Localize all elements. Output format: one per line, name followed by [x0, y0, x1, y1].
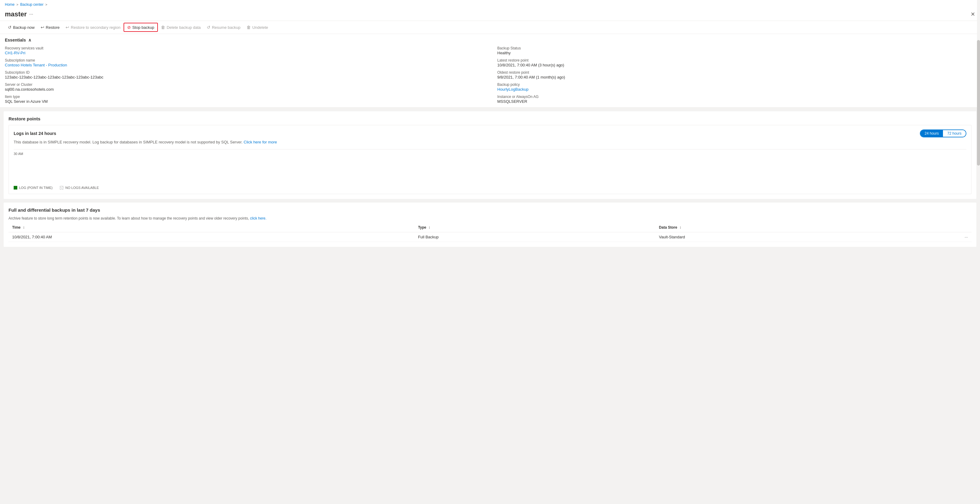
col-type-sort-icon[interactable]: ↕: [428, 225, 430, 230]
legend-no-logs-label: NO LOGS AVAILABLE: [65, 186, 99, 190]
time-24-button[interactable]: 24 hours: [921, 130, 943, 137]
page-header: master ··· ✕: [0, 9, 980, 21]
timeline-chart: [14, 158, 966, 182]
breadcrumb-home[interactable]: Home: [5, 2, 14, 7]
row1-type: Full Backup: [414, 232, 655, 242]
latest-restore-label: Latest restore point: [497, 58, 975, 62]
undelete-label: Undelete: [252, 25, 268, 30]
backup-now-button[interactable]: ↺ Backup now: [5, 23, 38, 31]
item-type-field: Item type SQL Server in Azure VM: [5, 95, 490, 104]
timeline-area: 30 AM LOG (POINT IN TIME) NO LOGS AVAILA…: [14, 149, 966, 190]
restore-points-section: Restore points Logs in last 24 hours 24 …: [4, 111, 976, 199]
restore-secondary-label: Restore to secondary region: [71, 25, 120, 30]
resume-backup-label: Resume backup: [212, 25, 240, 30]
backup-now-label: Backup now: [13, 25, 35, 30]
col-time-label: Time: [12, 225, 21, 230]
row1-more-icon[interactable]: ···: [964, 235, 968, 239]
backup-table-body: 10/8/2021, 7:00:40 AM Full Backup Vault-…: [8, 232, 972, 242]
backup-status-value: Healthy: [497, 51, 975, 55]
time-72-button[interactable]: 72 hours: [943, 130, 966, 137]
backup-status-field: Backup Status Healthy: [497, 46, 975, 55]
breadcrumb: Home > Backup center >: [0, 0, 980, 9]
legend-no-logs-item: NO LOGS AVAILABLE: [60, 186, 99, 190]
backup-table: Time ↕ Type ↕ Data Store ↕: [8, 223, 972, 242]
row1-time: 10/8/2021, 7:00:40 AM: [8, 232, 414, 242]
instance-field: Instance or AlwaysOn AG MSSQLSERVER: [497, 95, 975, 104]
essentials-section: Essentials ∧ Recovery services vault CH1…: [0, 34, 980, 108]
backup-policy-value: HourlyLogBackup: [497, 87, 975, 92]
instance-label: Instance or AlwaysOn AG: [497, 95, 975, 99]
full-backups-subtitle: Archive feature to store long term reten…: [8, 216, 972, 220]
recovery-vault-value: CH1-RV-Pri: [5, 51, 490, 55]
full-backups-title: Full and differential backups in last 7 …: [8, 208, 972, 212]
subscription-id-value: 123abc-123abc-123abc-123abc-123abc-123ab…: [5, 75, 490, 79]
essentials-header[interactable]: Essentials ∧: [5, 38, 975, 43]
server-cluster-value: sql00.na.contosohotels.com: [5, 87, 490, 92]
latest-restore-field: Latest restore point 10/8/2021, 7:00:40 …: [497, 58, 975, 67]
toolbar: ↺ Backup now ↩ Restore ↩ Restore to seco…: [0, 21, 980, 34]
legend-log-item: LOG (POINT IN TIME): [14, 186, 52, 190]
col-datastore-header: Data Store ↕: [655, 223, 972, 232]
resume-backup-button[interactable]: ↺ Resume backup: [204, 23, 243, 31]
col-time-sort-icon[interactable]: ↕: [23, 225, 25, 230]
essentials-title: Essentials: [5, 38, 26, 43]
recovery-vault-field: Recovery services vault CH1-RV-Pri: [5, 46, 490, 55]
col-type-label: Type: [418, 225, 426, 230]
resume-backup-icon: ↺: [207, 25, 210, 30]
subscription-id-label: Subscription ID: [5, 70, 490, 74]
backup-table-header: Time ↕ Type ↕ Data Store ↕: [8, 223, 972, 232]
col-datastore-label: Data Store: [659, 225, 677, 230]
stop-backup-button[interactable]: ⊘ Stop backup: [124, 23, 158, 32]
logs-panel: Logs in last 24 hours 24 hours 72 hours …: [8, 125, 972, 194]
click-here-link[interactable]: click here.: [250, 216, 267, 220]
scroll-rail: [977, 0, 980, 502]
subscription-name-link[interactable]: Contoso Hotels Tenant - Production: [5, 63, 67, 67]
col-datastore-sort-icon[interactable]: ↕: [679, 225, 681, 230]
oldest-restore-value: 9/8/2021, 7:00:40 AM (1 month(s) ago): [497, 75, 975, 79]
essentials-grid: Recovery services vault CH1-RV-Pri Subsc…: [5, 46, 975, 104]
undelete-button[interactable]: 🗑 Undelete: [243, 23, 271, 31]
subscription-name-field: Subscription name Contoso Hotels Tenant …: [5, 58, 490, 67]
server-cluster-label: Server or Cluster: [5, 82, 490, 87]
breadcrumb-sep1: >: [16, 3, 18, 6]
delete-backup-label: Delete backup data: [167, 25, 200, 30]
restore-icon: ↩: [41, 25, 45, 30]
delete-backup-data-button[interactable]: 🗑 Delete backup data: [158, 23, 204, 31]
time-toggle: 24 hours 72 hours: [920, 130, 966, 137]
full-backups-section: Full and differential backups in last 7 …: [4, 203, 976, 247]
subtitle-text: Archive feature to store long term reten…: [8, 216, 249, 220]
server-cluster-field: Server or Cluster sql00.na.contosohotels…: [5, 82, 490, 92]
logs-more-link[interactable]: Click here for more: [244, 140, 277, 144]
backup-now-icon: ↺: [8, 25, 11, 30]
scroll-thumb[interactable]: [977, 40, 980, 166]
row1-datastore: Vault-Standard ···: [655, 232, 972, 242]
oldest-restore-label: Oldest restore point: [497, 70, 975, 74]
subscription-id-field: Subscription ID 123abc-123abc-123abc-123…: [5, 70, 490, 79]
logs-title: Logs in last 24 hours: [14, 131, 56, 136]
backup-policy-label: Backup policy: [497, 82, 975, 87]
recovery-vault-link[interactable]: CH1-RV-Pri: [5, 51, 25, 55]
recovery-vault-label: Recovery services vault: [5, 46, 490, 50]
legend-log-icon: [14, 186, 17, 190]
restore-label: Restore: [46, 25, 60, 30]
subscription-name-label: Subscription name: [5, 58, 490, 62]
legend-no-logs-icon: [60, 186, 64, 190]
timeline-label: 30 AM: [14, 152, 966, 155]
subscription-name-value: Contoso Hotels Tenant - Production: [5, 63, 490, 67]
backup-policy-link[interactable]: HourlyLogBackup: [497, 87, 528, 92]
content-area: Essentials ∧ Recovery services vault CH1…: [0, 34, 980, 502]
breadcrumb-backup-center[interactable]: Backup center: [20, 2, 43, 7]
col-type-header: Type ↕: [414, 223, 655, 232]
legend: LOG (POINT IN TIME) NO LOGS AVAILABLE: [14, 186, 966, 190]
item-type-value: SQL Server in Azure VM: [5, 99, 490, 104]
restore-button[interactable]: ↩ Restore: [38, 23, 63, 31]
oldest-restore-field: Oldest restore point 9/8/2021, 7:00:40 A…: [497, 70, 975, 79]
instance-value: MSSQLSERVER: [497, 99, 975, 104]
restore-secondary-button[interactable]: ↩ Restore to secondary region: [62, 23, 123, 31]
backup-status-label: Backup Status: [497, 46, 975, 50]
essentials-right: Backup Status Healthy Latest restore poi…: [490, 46, 975, 104]
more-menu-icon[interactable]: ···: [29, 11, 33, 17]
close-button[interactable]: ✕: [970, 11, 975, 17]
logs-message: This database is in SIMPLE recovery mode…: [14, 140, 966, 144]
backup-policy-field: Backup policy HourlyLogBackup: [497, 82, 975, 92]
